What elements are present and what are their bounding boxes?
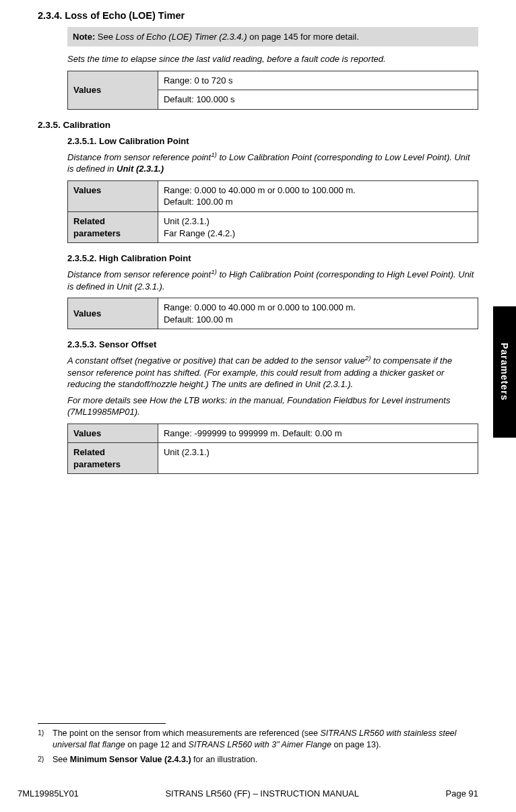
desc-234: Sets the time to elapse since the last v… [67, 53, 478, 65]
fn1-c: on page 12 and [127, 740, 188, 749]
footnote-1-text: The point on the sensor from which measu… [53, 728, 478, 751]
values-text: Range: -999999 to 999999 m. Default: 0.0… [158, 424, 478, 443]
footer-right: Page 91 [446, 788, 478, 800]
heading-2351: 2.3.5.1. Low Calibration Point [67, 135, 478, 147]
heading-2353: 2.3.5.3. Sensor Offset [67, 339, 478, 351]
note-prefix: Note: [73, 32, 98, 42]
note-rest: on page 145 for more detail. [249, 32, 359, 42]
desc-2353: A constant offset (negative or positive)… [67, 353, 478, 391]
values-label: Values [68, 71, 158, 109]
footer-center: SITRANS LR560 (FF) – INSTRUCTION MANUAL [165, 788, 359, 800]
desc-2353-a: A constant offset (negative or positive)… [67, 356, 365, 366]
related-text: Unit (2.3.1.) Far Range (2.4.2.) [158, 212, 478, 243]
note-link: Loss of Echo (LOE) Timer (2.3.4.) [116, 32, 250, 42]
related-text: Unit (2.3.1.) [158, 443, 478, 474]
related-label: Related parameters [68, 443, 158, 474]
related-label: Related parameters [68, 212, 158, 243]
section-235: 2.3.5. Calibration 2.3.5.1. Low Calibrat… [38, 119, 478, 475]
footnote-1: 1) The point on the sensor from which me… [38, 728, 478, 751]
fn1-a: The point on the sensor from which measu… [53, 729, 320, 738]
values-text: Range: 0.000 to 40.000 m or 0.000 to 100… [158, 298, 478, 329]
desc-2353-2: For more details see How the LTB works: … [67, 395, 478, 418]
side-tab-parameters: Parameters [493, 306, 516, 438]
section-2351: 2.3.5.1. Low Calibration Point Distance … [67, 135, 478, 243]
heading-234: 2.3.4. Loss of Echo (LOE) Timer [38, 9, 478, 23]
page-footer: 7ML19985LY01 SITRANS LR560 (FF) – INSTRU… [18, 788, 478, 800]
desc-2351: Distance from sensor reference point1) t… [67, 150, 478, 175]
footnote-mark-1: 1) [211, 151, 217, 158]
desc-2352: Distance from sensor reference point1) t… [67, 267, 478, 292]
footnote-2-text: See Minimum Sensor Value (2.4.3.) for an… [53, 754, 257, 766]
table-234-values: Values Range: 0 to 720 s Default: 100.00… [67, 71, 478, 110]
fn2-a: See [53, 755, 70, 764]
section-234-body: Note: See Loss of Echo (LOE) Timer (2.3.… [67, 27, 478, 110]
note-see: See [98, 32, 116, 42]
table-2351: Values Range: 0.000 to 40.000 m or 0.000… [67, 180, 478, 243]
footnote-2: 2) See Minimum Sensor Value (2.4.3.) for… [38, 754, 478, 766]
desc-2351-a: Distance from sensor reference point [67, 152, 211, 162]
page: Parameters 2.3.4. Loss of Echo (LOE) Tim… [0, 0, 516, 812]
heading-2352: 2.3.5.2. High Calibration Point [67, 252, 478, 265]
values-text: Range: 0.000 to 40.000 m or 0.000 to 100… [158, 180, 478, 211]
values-default: Default: 100.000 s [158, 90, 478, 110]
table-2352: Values Range: 0.000 to 40.000 m or 0.000… [67, 298, 478, 329]
footnotes: 1) The point on the sensor from which me… [38, 723, 478, 769]
footnote-2-mark: 2) [38, 754, 53, 766]
values-range: Range: 0 to 720 s [158, 71, 478, 90]
fn2-b: Minimum Sensor Value (2.4.3.) [70, 755, 191, 764]
footnote-rule [38, 723, 166, 724]
table-2353: Values Range: -999999 to 999999 m. Defau… [67, 424, 478, 475]
fn2-c: for an illustration. [191, 755, 258, 764]
footer-left: 7ML19985LY01 [18, 788, 79, 800]
footnote-mark-1: 1) [211, 268, 217, 275]
desc-2351-c: Unit (2.3.1.) [117, 164, 164, 174]
desc-2352-a: Distance from sensor reference point [67, 269, 211, 279]
fn1-e: on page 13). [333, 740, 381, 749]
footnote-1-mark: 1) [38, 728, 53, 751]
heading-235: 2.3.5. Calibration [38, 119, 478, 131]
values-label: Values [68, 298, 158, 329]
section-2353: 2.3.5.3. Sensor Offset A constant offset… [67, 339, 478, 474]
fn1-d: SITRANS LR560 with 3" Aimer Flange [189, 740, 334, 749]
section-2352: 2.3.5.2. High Calibration Point Distance… [67, 252, 478, 329]
section-234: 2.3.4. Loss of Echo (LOE) Timer Note: Se… [38, 9, 478, 110]
values-label: Values [68, 424, 158, 443]
note-bar: Note: See Loss of Echo (LOE) Timer (2.3.… [67, 27, 478, 47]
values-label: Values [68, 180, 158, 211]
